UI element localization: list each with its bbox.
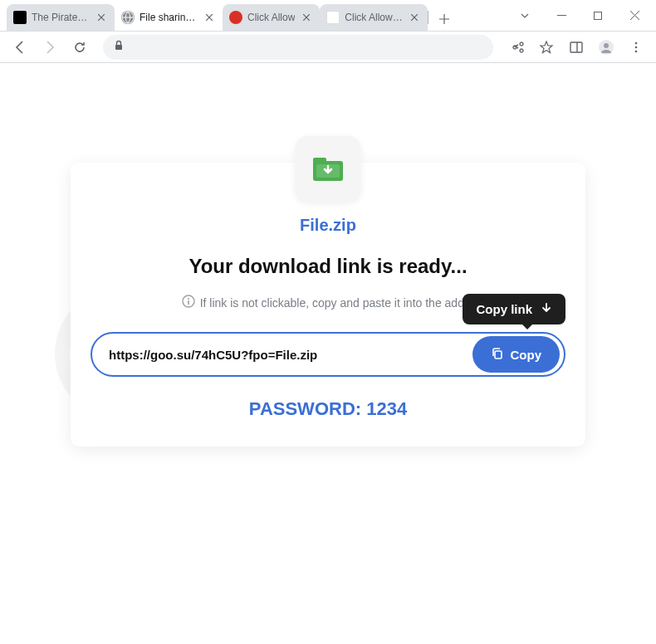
menu-icon[interactable]: [623, 34, 649, 61]
svg-rect-1: [595, 12, 602, 19]
close-icon[interactable]: [300, 11, 313, 24]
svg-rect-3: [570, 42, 582, 52]
tab-click-allow-1[interactable]: Click Allow: [223, 4, 320, 31]
tab-title: The Pirate Bay: [32, 12, 90, 23]
browser-toolbar: [0, 32, 656, 63]
svg-rect-20: [188, 300, 189, 305]
profile-icon[interactable]: [593, 34, 619, 61]
download-link[interactable]: https://goo.su/74hC5U?fpo=File.zip: [109, 348, 472, 362]
toolbar-actions: [503, 34, 649, 61]
maximize-button[interactable]: [580, 3, 616, 28]
filename: File.zip: [91, 216, 565, 235]
hint-text: If link is not clickable, copy and paste…: [200, 296, 475, 310]
svg-point-6: [604, 43, 609, 48]
tab-pirate-bay[interactable]: The Pirate Bay: [7, 4, 115, 31]
tab-favicon-red: [229, 11, 242, 24]
address-bar[interactable]: [103, 35, 493, 60]
arrow-down-icon: [541, 302, 552, 316]
svg-point-8: [635, 46, 638, 48]
copy-label: Copy: [511, 348, 542, 362]
tab-click-allow-2[interactable]: Click Allow if y: [320, 4, 428, 31]
tab-favicon-globe: [121, 11, 135, 24]
info-icon: [182, 295, 195, 310]
svg-rect-16: [313, 158, 326, 164]
minimize-button[interactable]: [543, 3, 580, 28]
tab-title: Click Allow if y: [345, 12, 403, 23]
file-icon: [295, 136, 361, 202]
svg-point-9: [635, 50, 638, 52]
page-content: File.zip Your download link is ready... …: [0, 63, 656, 644]
tooltip-text: Copy link: [476, 302, 532, 316]
close-window-button[interactable]: [616, 3, 653, 28]
back-button[interactable]: [7, 34, 33, 61]
link-row: Copy link https://goo.su/74hC5U?fpo=File…: [91, 332, 565, 377]
share-icon[interactable]: [503, 34, 530, 61]
close-icon[interactable]: [408, 11, 421, 24]
tab-favicon-other: [326, 11, 340, 24]
side-panel-icon[interactable]: [563, 34, 590, 61]
download-card: File.zip Your download link is ready... …: [71, 163, 585, 446]
copy-button[interactable]: Copy: [472, 336, 561, 373]
lock-icon: [113, 40, 125, 55]
reload-button[interactable]: [66, 34, 93, 61]
svg-rect-2: [115, 45, 122, 50]
copy-tooltip: Copy link: [463, 294, 565, 324]
tab-title: Click Allow: [247, 12, 295, 23]
tab-favicon-pirate: [13, 11, 27, 24]
password-text: PASSWORD: 1234: [91, 398, 565, 420]
bookmark-icon[interactable]: [533, 34, 560, 61]
svg-point-19: [188, 298, 189, 300]
forward-button[interactable]: [37, 34, 63, 61]
window-controls: [507, 0, 656, 31]
copy-icon: [491, 347, 504, 363]
svg-rect-21: [495, 351, 502, 359]
chevron-down-icon[interactable]: [507, 3, 543, 28]
new-tab-button[interactable]: [433, 7, 456, 31]
headline: Your download link is ready...: [91, 255, 565, 278]
tab-title: File sharing se: [140, 12, 198, 23]
tab-strip: The Pirate Bay File sharing se Click All…: [0, 0, 507, 31]
close-icon[interactable]: [95, 11, 108, 24]
svg-point-7: [635, 41, 638, 44]
window-titlebar: The Pirate Bay File sharing se Click All…: [0, 0, 656, 32]
close-icon[interactable]: [203, 11, 216, 24]
tab-file-sharing[interactable]: File sharing se: [115, 4, 223, 31]
